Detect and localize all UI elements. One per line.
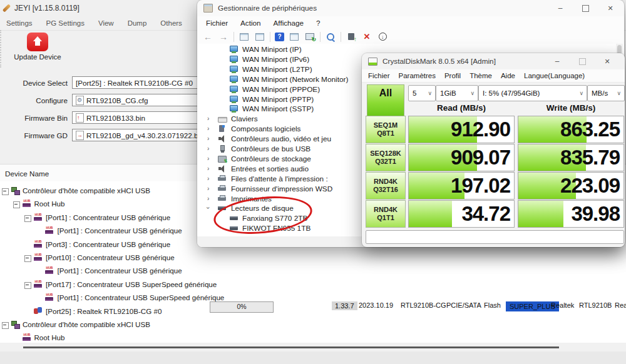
jeyi-tree-label: Contrôleur d'hôte compatible xHCI USB <box>23 186 150 195</box>
dm-tree-label: WAN Miniport (IPv6) <box>242 55 309 64</box>
usb-hub-icon <box>34 253 43 262</box>
cdm-menu-th-me[interactable]: Thème <box>470 72 492 79</box>
close-icon[interactable] <box>595 53 620 69</box>
update-device-button[interactable]: Update Device <box>9 33 66 66</box>
horizontal-scrollbar[interactable] <box>0 343 626 351</box>
cdm-menu-param-tres[interactable]: Paramètres <box>399 72 436 79</box>
write-result-cell[interactable]: 39.98 <box>518 200 624 228</box>
read-result-cell[interactable]: 912.90 <box>408 116 515 143</box>
read-result-cell[interactable]: 909.07 <box>408 144 515 171</box>
chevron-right-icon[interactable]: › <box>207 155 209 162</box>
close-icon[interactable] <box>598 0 623 16</box>
disable-device-icon[interactable] <box>377 31 388 42</box>
dm-menu--[interactable]: ? <box>316 19 321 27</box>
jeyi-menu-others[interactable]: Others <box>160 19 182 27</box>
expand-collapse-icon[interactable] <box>24 215 31 222</box>
forward-icon[interactable]: → <box>218 31 229 42</box>
maximize-icon[interactable] <box>570 53 595 69</box>
expand-collapse-icon[interactable] <box>13 201 20 208</box>
update-driver-icon[interactable] <box>346 31 357 42</box>
minimize-icon[interactable] <box>548 0 573 16</box>
expand-collapse-icon[interactable] <box>24 255 31 262</box>
jeyi-menu-dump[interactable]: Dump <box>128 19 147 27</box>
test-count-select[interactable]: 5 <box>408 85 436 101</box>
status-cell-realtek: Realtek <box>551 301 574 309</box>
devices-icon[interactable] <box>289 31 300 42</box>
expand-collapse-icon[interactable] <box>2 322 9 329</box>
properties-icon[interactable] <box>254 31 265 42</box>
printer-icon <box>218 195 227 203</box>
dm-menu-action[interactable]: Action <box>240 19 260 27</box>
expand-collapse-icon[interactable] <box>2 188 9 195</box>
test-size-select[interactable]: 1GiB <box>436 85 478 101</box>
dm-tree-label: WAN Miniport (SSTP) <box>242 104 314 113</box>
usb-plug-icon <box>218 145 227 153</box>
test-size-value: 1GiB <box>440 89 456 97</box>
target-drive-select[interactable]: I: 5% (47/954GiB) <box>478 85 587 101</box>
minimize-icon[interactable] <box>545 53 570 69</box>
unit-select[interactable]: MB/s <box>587 85 625 101</box>
chevron-right-icon[interactable]: › <box>207 165 209 172</box>
write-score-value: 863.25 <box>560 116 620 143</box>
jeyi-menu-pg-settings[interactable]: PG Settings <box>46 19 85 27</box>
xhci-controller-icon <box>11 186 20 195</box>
chevron-right-icon[interactable]: › <box>207 185 209 192</box>
write-result-cell[interactable]: 863.25 <box>518 116 624 143</box>
chevron-right-icon[interactable]: › <box>207 145 209 152</box>
cdm-message-bar[interactable] <box>366 230 624 244</box>
toolbar-separator <box>341 32 341 42</box>
back-icon[interactable]: ← <box>202 31 213 42</box>
cdm-menu-profil[interactable]: Profil <box>444 72 461 79</box>
dm-tree-label: Files d'attente à l'impression : <box>231 174 328 183</box>
dm-menu-fichier[interactable]: Fichier <box>206 19 228 27</box>
jeyi-tree-row[interactable]: Root Hub <box>0 332 626 343</box>
write-result-cell[interactable]: 835.79 <box>518 144 624 171</box>
scan-hardware-icon[interactable] <box>304 31 316 42</box>
device-select-label: Device Select <box>0 79 72 87</box>
console-icon[interactable] <box>239 31 250 42</box>
firmware-gd-label: Firmware GD <box>0 131 72 139</box>
file-upload-icon <box>76 113 84 123</box>
jeyi-tree-row[interactable]: Contrôleur d'hôte compatible xHCI USB <box>0 319 626 331</box>
network-adapter-icon <box>230 56 239 63</box>
jeyi-tree-row[interactable]: [Port1] : Concentrateur USB générique <box>0 265 626 278</box>
read-result-cell[interactable]: 34.72 <box>408 200 515 228</box>
chevron-right-icon[interactable]: › <box>207 175 209 182</box>
cdm-window-title: CrystalDiskMark 8.0.5 x64 [Admin] <box>382 57 496 66</box>
maximize-icon[interactable] <box>573 0 598 16</box>
write-score-value: 223.09 <box>560 173 620 199</box>
jeyi-tree-row[interactable]: [Port17] : Concentrateur USB SuperSpeed … <box>0 279 626 291</box>
dm-menu-affichage[interactable]: Affichage <box>274 19 304 27</box>
cdm-menu-langue-language-[interactable]: Langue(Language) <box>524 72 585 79</box>
chevron-right-icon[interactable]: › <box>207 125 209 132</box>
jeyi-menu-settings[interactable]: Settings <box>6 19 33 27</box>
jeyi-tree-label: Root Hub <box>34 333 65 341</box>
write-result-cell[interactable]: 223.09 <box>518 172 624 200</box>
search-icon[interactable] <box>325 31 336 42</box>
jeyi-tree-label: [Port1] : Concentrateur USB générique <box>46 213 170 221</box>
chevron-right-icon[interactable]: › <box>207 135 209 142</box>
jeyi-app-icon <box>3 4 11 12</box>
dm-tree-label: Contrôleurs de stockage <box>231 154 311 163</box>
cdm-menu-fichier[interactable]: Fichier <box>368 72 390 79</box>
run-all-tests-button[interactable]: All <box>367 84 404 118</box>
expand-collapse-icon[interactable] <box>24 282 31 289</box>
read-score-value: 912.90 <box>451 116 510 143</box>
dm-tree-label: Fournisseur d'impression WSD <box>231 185 332 193</box>
chevron-right-icon[interactable]: › <box>207 115 209 122</box>
chevron-right-icon[interactable]: › <box>207 195 209 202</box>
jeyi-menu-view[interactable]: View <box>98 19 114 27</box>
write-score-value: 39.98 <box>571 201 620 227</box>
device-select-value: [Port25] : Realtek RTL9210B-CG #0 <box>76 79 193 87</box>
target-drive-value: I: 5% (47/954GiB) <box>483 89 540 97</box>
uninstall-device-icon[interactable]: ✕ <box>361 31 372 42</box>
network-adapter-icon <box>230 66 239 73</box>
jeyi-tree-row[interactable]: [Port10] : Concentrateur USB générique <box>0 252 626 265</box>
configure-value: RTL9210B_CG.cfg <box>86 96 148 104</box>
network-adapter-icon <box>230 96 239 103</box>
read-result-cell[interactable]: 197.02 <box>408 172 515 200</box>
cdm-menu-aide[interactable]: Aide <box>501 72 515 79</box>
horizontal-scrollbar-thumb[interactable] <box>23 346 559 348</box>
chevron-down-icon[interactable]: › <box>205 207 212 209</box>
help-icon[interactable]: ? <box>275 33 284 41</box>
